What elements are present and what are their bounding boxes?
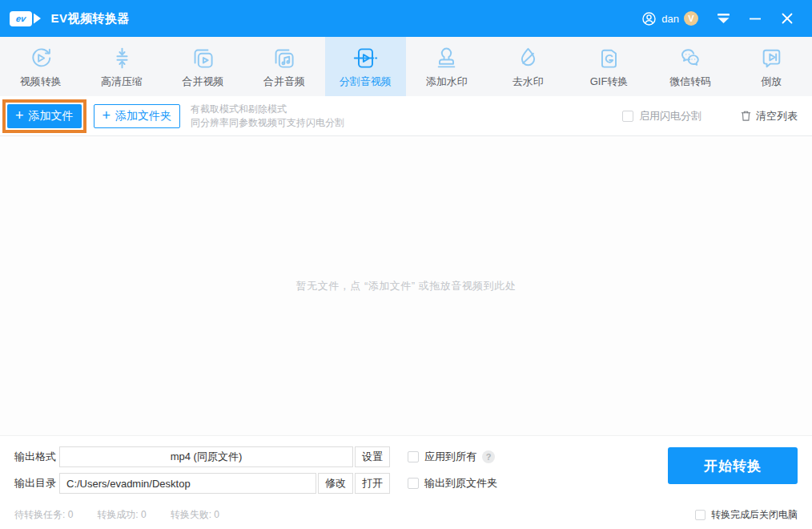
lightning-split-label: 启用闪电分割 xyxy=(639,109,701,123)
open-dir-button[interactable]: 打开 xyxy=(355,473,390,494)
shutdown-label: 转换完成后关闭电脑 xyxy=(711,508,798,522)
clear-list-label: 清空列表 xyxy=(756,109,798,123)
add-file-label: 添加文件 xyxy=(29,109,74,123)
remove-watermark-icon xyxy=(516,46,541,71)
app-logo-icon: ev xyxy=(10,11,41,26)
add-watermark-icon xyxy=(434,46,459,71)
add-folder-button[interactable]: + 添加文件夹 xyxy=(94,104,181,128)
empty-state-text: 暂无文件，点 “添加文件” 或拖放音视频到此处 xyxy=(296,279,516,293)
user-avatar-icon xyxy=(641,10,657,27)
status-counter: 待转换任务: 0 xyxy=(14,508,73,522)
tab-label: 倒放 xyxy=(761,75,782,89)
tab-label: 分割音视频 xyxy=(340,75,392,89)
statusbar: 待转换任务: 0转换成功: 0转换失败: 0 转换完成后关闭电脑 xyxy=(0,501,812,529)
conversion-counters: 待转换任务: 0转换成功: 0转换失败: 0 xyxy=(14,508,219,522)
wechat-transcode-icon xyxy=(677,46,702,71)
status-counter: 转换失败: 0 xyxy=(171,508,219,522)
output-to-source-checkbox[interactable]: 输出到原文件夹 xyxy=(408,476,497,491)
plus-icon: + xyxy=(103,108,111,123)
lightning-split-checkbox[interactable]: 启用闪电分割 xyxy=(622,109,701,123)
tab-reverse-play[interactable]: 倒放 xyxy=(731,37,812,96)
tab-label: 去水印 xyxy=(513,75,544,89)
output-dir-input[interactable] xyxy=(59,473,316,494)
close-button[interactable] xyxy=(774,6,801,30)
help-icon[interactable]: ? xyxy=(482,450,495,463)
user-account-button[interactable]: dan V xyxy=(641,10,698,27)
window-title: EV视频转换器 xyxy=(51,11,131,26)
feature-tabs: 视频转换高清压缩合并视频合并音频分割音视频添加水印去水印GIF转换微信转码倒放 xyxy=(0,37,812,96)
titlebar: ev EV视频转换器 dan V xyxy=(0,0,812,37)
merge-audio-icon xyxy=(271,46,296,71)
merge-video-icon xyxy=(191,46,215,71)
output-to-source-label: 输出到原文件夹 xyxy=(424,476,497,491)
add-file-button[interactable]: + 添加文件 xyxy=(7,104,82,128)
tab-merge-video[interactable]: 合并视频 xyxy=(163,37,243,96)
tab-label: 高清压缩 xyxy=(101,75,143,89)
tab-gif-convert[interactable]: GIF转换 xyxy=(569,37,649,96)
add-folder-label: 添加文件夹 xyxy=(115,109,171,123)
actionbar: + 添加文件 + 添加文件夹 有截取模式和剔除模式 同分辨率同参数视频可支持闪电… xyxy=(0,96,812,136)
tab-label: 微信转码 xyxy=(669,75,711,89)
output-format-input[interactable] xyxy=(59,446,353,467)
tab-hd-compress[interactable]: 高清压缩 xyxy=(81,37,162,96)
split-mode-hint: 有截取模式和剔除模式 同分辨率同参数视频可支持闪电分割 xyxy=(191,103,344,130)
modify-dir-button[interactable]: 修改 xyxy=(318,473,353,494)
tab-merge-audio[interactable]: 合并音频 xyxy=(243,37,324,96)
plus-icon: + xyxy=(15,108,24,123)
checkbox-box[interactable] xyxy=(408,451,419,462)
output-format-row: 输出格式 设置 xyxy=(14,446,390,467)
start-convert-button[interactable]: 开始转换 xyxy=(668,447,798,484)
hint-line-2: 同分辨率同参数视频可支持闪电分割 xyxy=(191,116,344,130)
reverse-play-icon xyxy=(759,46,784,71)
titlebar-controls: dan V xyxy=(641,6,801,30)
shutdown-after-convert-checkbox[interactable]: 转换完成后关闭电脑 xyxy=(695,508,798,522)
app-window: ev EV视频转换器 dan V xyxy=(0,0,812,529)
apply-to-all-label: 应用到所有 xyxy=(424,450,476,464)
vip-badge: V xyxy=(684,11,698,26)
annotation-highlight-box: + 添加文件 xyxy=(2,99,86,133)
tab-video-convert[interactable]: 视频转换 xyxy=(0,37,81,96)
output-format-label: 输出格式 xyxy=(14,450,59,464)
camera-lens-shape xyxy=(34,14,41,24)
video-convert-icon xyxy=(28,46,53,71)
tab-split-audio-video[interactable]: 分割音视频 xyxy=(325,37,406,96)
apply-to-all-checkbox[interactable]: 应用到所有 xyxy=(408,450,476,464)
format-settings-button[interactable]: 设置 xyxy=(355,446,390,467)
trash-icon xyxy=(740,110,756,122)
main-menu-button[interactable] xyxy=(709,6,737,30)
tab-label: GIF转换 xyxy=(590,75,629,89)
tab-label: 合并视频 xyxy=(183,75,224,89)
status-counter: 转换成功: 0 xyxy=(97,508,146,522)
logo-text: ev xyxy=(15,14,26,23)
tab-label: 添加水印 xyxy=(426,75,468,89)
tab-label: 视频转换 xyxy=(20,75,62,89)
split-audio-video-icon xyxy=(353,46,378,71)
tab-wechat-transcode[interactable]: 微信转码 xyxy=(649,37,730,96)
minimize-button[interactable] xyxy=(742,6,769,30)
output-dir-label: 输出目录 xyxy=(14,476,59,491)
tab-remove-watermark[interactable]: 去水印 xyxy=(487,37,568,96)
output-section: 输出格式 设置 输出目录 修改 打开 应用到所有 ? xyxy=(0,435,812,501)
output-dir-row: 输出目录 修改 打开 xyxy=(14,473,390,494)
user-name: dan xyxy=(661,13,679,25)
hint-line-1: 有截取模式和剔除模式 xyxy=(191,103,344,116)
clear-list-button[interactable]: 清空列表 xyxy=(740,109,798,123)
gif-convert-icon xyxy=(597,46,621,71)
checkbox-box[interactable] xyxy=(408,478,419,489)
tab-add-watermark[interactable]: 添加水印 xyxy=(406,37,487,96)
checkbox-box[interactable] xyxy=(695,510,705,520)
file-drop-area[interactable]: 暂无文件，点 “添加文件” 或拖放音视频到此处 xyxy=(0,136,812,435)
checkbox-box[interactable] xyxy=(622,111,633,122)
tab-label: 合并音频 xyxy=(263,75,305,89)
hd-compress-icon xyxy=(110,46,135,71)
